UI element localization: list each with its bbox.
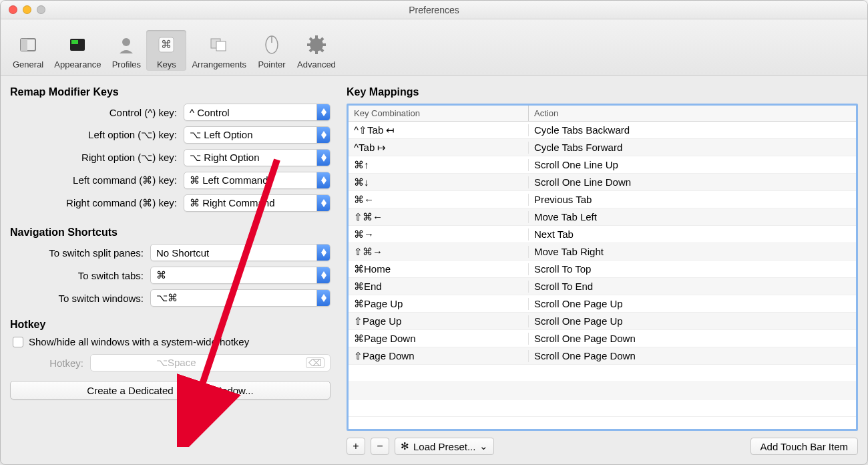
table-row[interactable]: ⇧⌘←Move Tab Left [349,208,856,226]
table-row[interactable]: ⌘←Previous Tab [349,191,856,208]
table-row[interactable]: ⌘Page DownScroll One Page Down [349,330,856,347]
table-row[interactable]: ⇧Page DownScroll One Page Down [349,347,856,365]
key-mappings-table[interactable]: Key Combination Action ^⇧Tab ↤Cycle Tabs… [347,104,858,431]
remove-mapping-button[interactable]: − [371,438,389,455]
right-pane: Key Mappings Key Combination Action ^⇧Ta… [347,86,858,455]
hotkey-section-title: Hotkey [10,319,331,331]
cell-key: ⌘Page Down [349,333,529,345]
svg-marker-32 [321,298,327,302]
table-row[interactable]: ⌘HomeScroll To Top [349,261,856,278]
svg-marker-26 [321,203,327,207]
toolbar-label: Arrangements [192,59,246,69]
select-value: ⌥ Left Option [190,129,253,141]
table-row[interactable]: ⇧⌘→Move Tab Right [349,243,856,261]
toolbar-tab-general[interactable]: General [7,30,49,71]
column-key-combination[interactable]: Key Combination [349,106,529,121]
remap-label: Left option (⌥) key: [10,129,184,141]
column-action[interactable]: Action [529,106,856,121]
chevron-down-icon: ⌄ [479,440,488,452]
table-row[interactable]: ⇧Page UpScroll One Page Up [349,313,856,330]
cell-key: ⌘↑ [349,159,529,171]
remap-select-0[interactable]: ^ Control [184,104,331,121]
cell-action: Previous Tab [529,194,856,205]
table-row[interactable]: ⌘↑Scroll One Line Up [349,156,856,174]
zoom-window-button[interactable] [37,5,45,14]
nav-label: To switch tabs: [10,270,150,281]
hotkey-input[interactable]: ⌥Space ⌫ [90,354,331,371]
cell-action: Cycle Tabs Backward [529,124,856,136]
remap-label: Control (^) key: [10,107,184,118]
close-window-button[interactable] [9,5,17,14]
pointer-icon [260,33,284,57]
minimize-window-button[interactable] [23,5,31,14]
key-mappings-title: Key Mappings [347,86,858,98]
cell-key: ⇧⌘← [349,211,529,223]
clear-hotkey-icon[interactable]: ⌫ [306,357,324,368]
preset-label: Load Preset... [413,441,475,452]
hotkey-checkbox[interactable] [13,337,23,347]
cell-action: Scroll One Page Down [529,350,856,361]
titlebar[interactable]: Preferences [1,1,867,19]
remap-select-4[interactable]: ⌘ Right Command [184,194,331,212]
preferences-window: Preferences General Appearance Profiles … [0,0,868,465]
remap-select-2[interactable]: ⌥ Right Option [184,149,331,166]
table-row-empty[interactable] [349,382,856,400]
toolbar-label: Profiles [112,59,141,69]
nav-select-2[interactable]: ⌥⌘ [150,289,331,307]
left-pane: Remap Modifier Keys Control (^) key:^ Co… [10,86,331,455]
select-stepper-icon [316,290,330,306]
create-dedicated-hotkey-button[interactable]: Create a Dedicated Hotkey Window... [10,381,331,400]
svg-marker-30 [321,275,327,279]
toolbar-tab-pointer[interactable]: Pointer [252,30,292,71]
svg-marker-28 [321,253,327,257]
svg-marker-18 [321,112,327,116]
table-row[interactable]: ⌘Page UpScroll One Page Up [349,295,856,313]
remap-section-title: Remap Modifier Keys [10,86,331,98]
cell-action: Scroll One Page Up [529,298,856,309]
select-value: ⌥⌘ [156,292,178,304]
toolbar-tab-appearance[interactable]: Appearance [49,30,106,71]
cell-key: ⌘Page Up [349,298,529,310]
table-row[interactable]: ⌘→Next Tab [349,226,856,243]
select-stepper-icon [316,150,330,166]
table-header: Key Combination Action [349,106,856,122]
dedicated-button-label: Create a Dedicated Hotkey Window... [87,385,253,396]
hotkey-label: Hotkey: [10,357,90,369]
nav-select-1[interactable]: ⌘ [150,267,331,284]
select-stepper-icon [316,245,330,261]
hotkey-checkbox-row[interactable]: Show/hide all windows with a system-wide… [13,336,331,347]
add-mapping-button[interactable]: + [347,438,365,455]
table-row-empty[interactable] [349,400,856,417]
toolbar-tab-keys[interactable]: ⌘ Keys [146,30,186,71]
nav-select-0[interactable]: No Shortcut [150,244,331,261]
toolbar-label: Advanced [297,59,336,69]
window-title: Preferences [409,5,459,15]
toolbar-tab-profiles[interactable]: Profiles [106,30,146,71]
nav-section-title: Navigation Shortcuts [10,226,331,239]
table-row[interactable]: ⌘↓Scroll One Line Down [349,174,856,191]
add-touch-bar-item-button[interactable]: Add Touch Bar Item [750,438,858,455]
svg-rect-1 [21,39,27,51]
table-body[interactable]: ^⇧Tab ↤Cycle Tabs Backward^Tab ↦Cycle Ta… [349,122,856,429]
svg-marker-20 [321,135,327,139]
table-row[interactable]: ⌘EndScroll To End [349,278,856,295]
toolbar-label: Appearance [54,59,101,69]
content-area: Remap Modifier Keys Control (^) key:^ Co… [1,75,867,464]
table-row[interactable]: ^⇧Tab ↤Cycle Tabs Backward [349,122,856,139]
remap-select-1[interactable]: ⌥ Left Option [184,126,331,144]
select-value: ⌘ [156,269,166,281]
toolbar: General Appearance Profiles ⌘ Keys Arran… [1,19,867,75]
remap-select-3[interactable]: ⌘ Left Command [184,172,331,189]
toolbar-tab-advanced[interactable]: Advanced [292,30,341,71]
profiles-icon [114,33,138,57]
cell-action: Next Tab [529,228,856,240]
load-preset-button[interactable]: ✻ Load Preset... ⌄ [395,438,494,455]
table-row-empty[interactable] [349,365,856,382]
gear-icon [304,33,329,57]
appearance-icon [65,33,89,57]
arrangements-icon [207,33,231,57]
toolbar-tab-arrangements[interactable]: Arrangements [186,30,252,71]
cell-action: Scroll One Page Down [529,333,856,344]
svg-text:⌘: ⌘ [161,39,172,50]
table-row[interactable]: ^Tab ↦Cycle Tabs Forward [349,139,856,156]
